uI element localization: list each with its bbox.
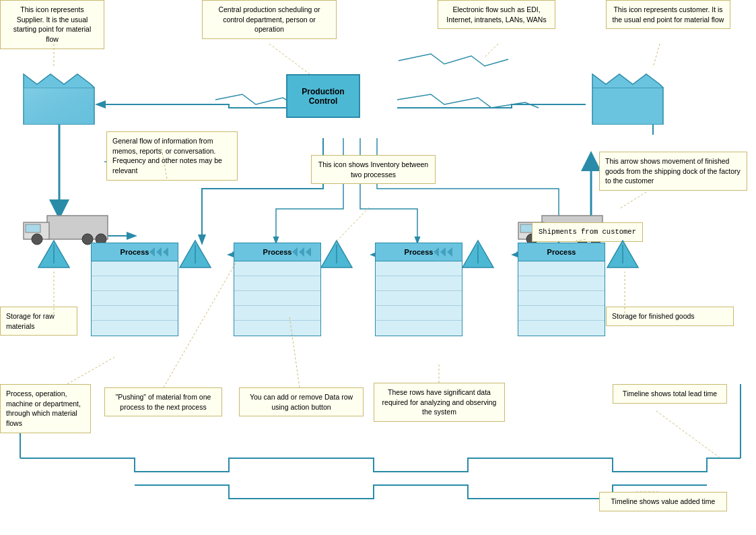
- callout-customer: This icon represents customer. It is the…: [606, 0, 730, 29]
- callout-storage-finished-text: Storage for finished goods: [612, 312, 695, 320]
- callout-electronic-text: Electronic flow such as EDI, Internet, i…: [446, 5, 546, 24]
- callout-shipments-text: Shipments from customer: [539, 228, 636, 236]
- process-header-2: Process: [234, 243, 321, 261]
- svg-marker-35: [149, 247, 155, 257]
- svg-marker-41: [306, 247, 311, 257]
- callout-info-flow: General flow of information from memos, …: [106, 131, 238, 181]
- triangle-0: [37, 239, 71, 270]
- svg-marker-43: [434, 247, 439, 257]
- callout-timeline-total: Timeline shows total lead time: [613, 384, 727, 404]
- callout-push: "Pushing" of material from one process t…: [104, 387, 222, 416]
- data-row-4-5: [518, 321, 605, 336]
- callout-info-text: General flow of information from memos, …: [112, 137, 222, 175]
- process-arrows-deco-2: [292, 247, 319, 257]
- data-row-1-1: [92, 261, 178, 276]
- factory-customer: [589, 67, 666, 125]
- data-row-4-2: [518, 276, 605, 291]
- callout-timeline-total-text: Timeline shows total lead time: [623, 389, 717, 398]
- data-row-4-3: [518, 291, 605, 306]
- data-row-2-1: [234, 261, 320, 276]
- triangle-2: [320, 239, 353, 270]
- process-data-rows-2: [234, 261, 321, 336]
- data-row-3-3: [376, 291, 462, 306]
- svg-line-60: [619, 192, 646, 209]
- production-control-box: Production Control: [286, 74, 360, 118]
- data-row-1-2: [92, 276, 178, 291]
- svg-line-59: [653, 44, 660, 67]
- data-row-2-3: [234, 291, 320, 306]
- data-row-1-4: [92, 306, 178, 321]
- data-row-2-4: [234, 306, 320, 321]
- callout-prod-control: Central production scheduling or control…: [202, 0, 337, 39]
- prod-control-label: Production Control: [287, 87, 359, 106]
- svg-marker-44: [440, 247, 446, 257]
- callout-supplier: This icon represents Supplier. It is the…: [0, 0, 104, 49]
- callout-customer-text: This icon represents customer. It is the…: [613, 5, 724, 24]
- callout-process-desc: Process, operation, machine or departmen…: [0, 384, 91, 433]
- triangle-4: [606, 239, 640, 270]
- data-row-1-3: [92, 291, 178, 306]
- diagram-container: This icon represents Supplier. It is the…: [0, 0, 756, 535]
- process-box-4: Process: [518, 243, 605, 336]
- data-row-1-5: [92, 321, 178, 336]
- callout-process-text: Process, operation, machine or departmen…: [6, 389, 81, 427]
- data-row-3-1: [376, 261, 462, 276]
- callout-push-text: "Pushing" of material from one process t…: [116, 393, 211, 411]
- process-arrows-deco-1: [149, 247, 176, 257]
- svg-line-51: [67, 357, 114, 384]
- data-row-4-4: [518, 306, 605, 321]
- callout-electronic: Electronic flow such as EDI, Internet, i…: [438, 0, 555, 29]
- factory-supplier: [20, 67, 98, 125]
- svg-rect-15: [26, 224, 40, 232]
- svg-marker-36: [156, 247, 162, 257]
- svg-marker-45: [447, 247, 452, 257]
- triangle-3: [461, 239, 495, 270]
- process-header-4: Process: [518, 243, 605, 261]
- callout-inventory-text: This icon shows Inventory between two pr…: [318, 160, 428, 179]
- callout-prod-control-text: Central production scheduling or control…: [218, 5, 320, 33]
- svg-rect-11: [24, 88, 94, 125]
- process-data-rows-3: [375, 261, 462, 336]
- triangle-1: [178, 239, 212, 270]
- callout-movement-text: This arrow shows movement of finished go…: [605, 157, 741, 185]
- svg-line-58: [269, 44, 310, 74]
- process-data-rows-4: [518, 261, 605, 336]
- callout-storage-raw: Storage for raw materials: [0, 307, 77, 336]
- data-row-2-5: [234, 321, 320, 336]
- callout-movement: This arrow shows movement of finished go…: [599, 152, 747, 191]
- data-row-3-2: [376, 276, 462, 291]
- svg-marker-37: [163, 247, 168, 257]
- callout-rows-data-text: These rows have significant data require…: [382, 388, 497, 416]
- svg-line-48: [337, 208, 369, 241]
- callout-data-row-text: You can add or remove Data row using act…: [250, 393, 353, 411]
- process-header-3: Process: [375, 243, 462, 261]
- svg-line-55: [656, 411, 720, 458]
- callout-supplier-text: This icon represents Supplier. It is the…: [13, 5, 92, 43]
- callout-inventory: This icon shows Inventory between two pr…: [311, 155, 436, 184]
- svg-rect-12: [592, 88, 663, 125]
- process-box-2: Process: [234, 243, 321, 336]
- callout-data-row: You can add or remove Data row using act…: [239, 387, 364, 416]
- callout-storage-raw-text: Storage for raw materials: [6, 312, 55, 330]
- process-header-1: Process: [91, 243, 178, 261]
- process-box-3: Process: [375, 243, 462, 336]
- data-row-3-5: [376, 321, 462, 336]
- svg-marker-40: [299, 247, 304, 257]
- svg-line-62: [485, 44, 498, 57]
- callout-rows-data: These rows have significant data require…: [374, 383, 505, 422]
- process-data-rows-1: [91, 261, 178, 336]
- callout-storage-finished: Storage for finished goods: [606, 307, 734, 326]
- callout-timeline-value-text: Timeline shows value added time: [611, 497, 716, 505]
- process-arrows-deco-3: [434, 247, 460, 257]
- data-row-2-2: [234, 276, 320, 291]
- data-row-4-1: [518, 261, 605, 276]
- svg-marker-39: [292, 247, 298, 257]
- callout-timeline-value: Timeline shows value added time: [599, 492, 727, 511]
- process-box-1: Process: [91, 243, 178, 336]
- data-row-3-4: [376, 306, 462, 321]
